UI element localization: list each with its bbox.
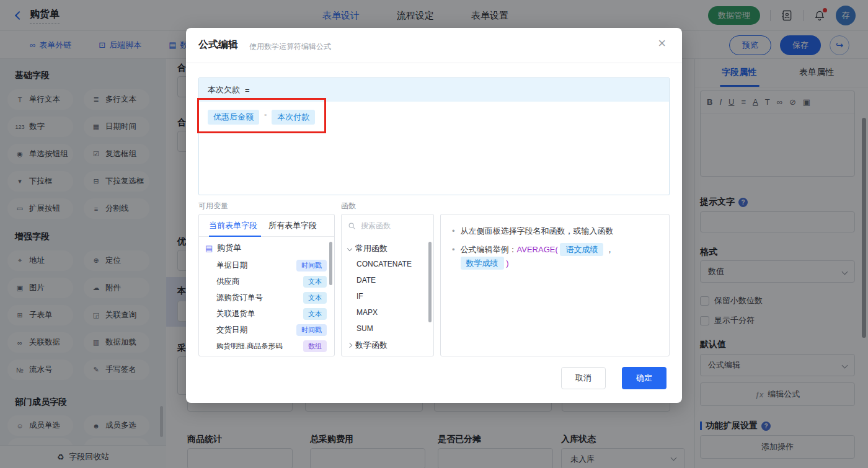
help-bullet-2: • 公式编辑举例：AVERAGE( 语文成绩 ， 数学成绩 ) <box>452 243 658 270</box>
functions-panel: 常用函数 CONCATENATE DATE IF MAPX SUM 数学函数 文… <box>341 214 434 356</box>
formula-edit-modal: 公式编辑 使用数学运算符编辑公式 × 本次欠款 = 优惠后金额 - 本次付款 可… <box>186 28 682 403</box>
example-chip-chinese-score: 语文成绩 <box>560 243 603 256</box>
function-search <box>342 214 433 237</box>
document-icon: ▤ <box>205 244 213 253</box>
tab-all-form-fields[interactable]: 所有表单字段 <box>268 220 317 231</box>
tab-current-form-fields[interactable]: 当前表单字段 <box>209 220 257 231</box>
type-badge: 文本 <box>303 308 327 320</box>
variable-row[interactable]: 供应商文本 <box>216 274 327 289</box>
function-concatenate[interactable]: CONCATENATE <box>356 260 412 268</box>
modal-title: 公式编辑 <box>198 38 238 51</box>
type-badge: 文本 <box>303 292 327 304</box>
example-label: 公式编辑举例： <box>461 245 517 254</box>
function-group-math[interactable]: 数学函数 <box>348 340 388 351</box>
modal-subtitle: 使用数学运算符编辑公式 <box>249 42 331 52</box>
formula-editor: 本次欠款 = 优惠后金额 - 本次付款 <box>198 77 670 195</box>
search-icon <box>348 222 356 230</box>
chevron-closed-icon <box>347 343 352 348</box>
formula-chip-discounted-amount[interactable]: 优惠后金额 <box>208 110 259 125</box>
type-badge: 文本 <box>303 276 327 288</box>
search-function-input[interactable] <box>361 221 423 230</box>
functions-label: 函数 <box>341 201 356 211</box>
function-mapx[interactable]: MAPX <box>356 308 378 317</box>
active-variables-tab-underline <box>209 236 261 237</box>
type-badge: 数组 <box>303 340 327 352</box>
variable-row[interactable]: 购货明细.商品条形码数组 <box>216 338 327 353</box>
equals-sign: = <box>245 86 250 95</box>
function-if[interactable]: IF <box>356 292 363 301</box>
help-panel: • 从左侧面板选择字段名和函数，或输入函数 • 公式编辑举例：AVERAGE( … <box>440 214 670 356</box>
type-badge: 时间戳 <box>296 260 327 272</box>
function-group-common[interactable]: 常用函数 <box>348 243 388 254</box>
function-date[interactable]: DATE <box>356 276 376 285</box>
variable-row[interactable]: 单据日期时间戳 <box>216 258 327 273</box>
cancel-button[interactable]: 取消 <box>561 367 606 389</box>
variable-row[interactable]: 关联退货单文本 <box>216 306 327 321</box>
variables-label: 可用变量 <box>198 201 228 211</box>
type-badge: 时间戳 <box>296 324 327 336</box>
help-bullet-1: • 从左侧面板选择字段名和函数，或输入函数 <box>452 224 658 238</box>
confirm-button[interactable]: 确定 <box>622 367 666 389</box>
divider <box>186 63 682 63</box>
close-icon[interactable]: × <box>658 35 666 51</box>
minus-operator: - <box>264 110 267 119</box>
formula-target-field: 本次欠款 <box>208 84 240 95</box>
tree-root-purchase-order[interactable]: ▤ 购货单 <box>199 237 334 254</box>
formula-chip-current-payment[interactable]: 本次付款 <box>272 110 315 125</box>
example-chip-math-score: 数学成绩 <box>461 257 504 270</box>
formula-input-area[interactable]: 优惠后金额 - 本次付款 <box>199 102 669 195</box>
functions-scrollbar[interactable] <box>428 242 432 322</box>
function-sum[interactable]: SUM <box>356 324 373 333</box>
variable-row[interactable]: 源购货订单号文本 <box>216 290 327 305</box>
variables-scrollbar[interactable] <box>329 242 332 285</box>
function-group-text[interactable]: 文本函数 <box>348 355 388 356</box>
example-function-name: AVERAGE <box>517 245 556 254</box>
formula-target-row: 本次欠款 = <box>199 78 669 102</box>
variables-panel: 当前表单字段 所有表单字段 ▤ 购货单 单据日期时间戳 供应商文本 源购货订单号… <box>198 214 335 356</box>
variable-row[interactable]: 交货日期时间戳 <box>216 322 327 337</box>
chevron-open-icon <box>347 246 352 251</box>
